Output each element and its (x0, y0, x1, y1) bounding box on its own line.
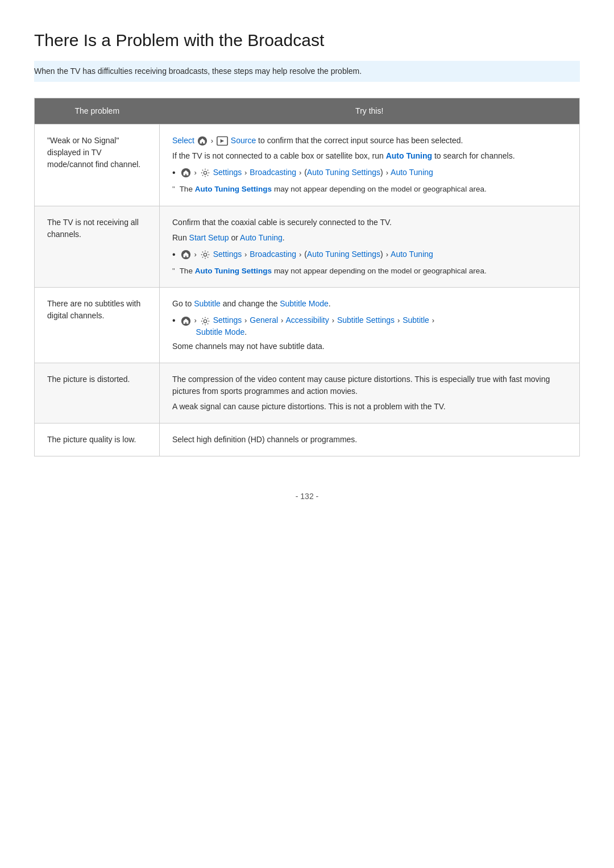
note-line-2: " The Auto Tuning Settings may not appea… (172, 265, 567, 277)
broadcasting-label-1: Broadcasting (250, 168, 296, 177)
try-cell-1: Select › Source to confirm that the corr… (160, 124, 580, 206)
subtitle-link: Subtitle (194, 299, 221, 308)
col-header-problem: The problem (35, 98, 160, 124)
auto-tuning-settings-bold-1: Auto Tuning Settings (195, 185, 272, 193)
bullet-dot-2: • (172, 248, 176, 261)
settings-label-1: Settings (213, 168, 242, 177)
try-para-4: Run Start Setup or Auto Tuning. (172, 232, 567, 244)
list-item: • › Settings › (172, 314, 567, 338)
source-label: Source (231, 136, 256, 145)
accessibility-label: Accessibility (286, 315, 329, 325)
try-cell-5: Select high definition (HD) channels or … (160, 423, 580, 456)
svg-point-3 (204, 172, 206, 175)
try-para-7: A weak signal can cause picture distorti… (172, 401, 567, 413)
list-item: • › Settings › (172, 167, 567, 179)
svg-point-7 (204, 319, 206, 322)
note-text-1: The Auto Tuning Settings The Auto Tuning… (180, 184, 487, 195)
note-line-1: " The Auto Tuning Settings The Auto Tuni… (172, 184, 567, 195)
subtitle-mode-link: Subtitle Mode (280, 299, 329, 308)
subtitle-bar: When the TV has difficulties receiving b… (34, 61, 580, 82)
table-row: The picture quality is low. Select high … (35, 423, 580, 456)
note-text-2: The Auto Tuning Settings may not appear … (180, 265, 487, 277)
settings-icon-1 (200, 168, 210, 178)
problem-cell-3: There are no subtitles with digital chan… (35, 288, 160, 363)
problem-cell-4: The picture is distorted. (35, 363, 160, 423)
home-icon-4 (181, 316, 191, 326)
auto-tuning-label-1: Auto Tuning (391, 168, 433, 177)
svg-point-5 (204, 253, 206, 256)
problem-cell-2: The TV is not receiving all channels. (35, 206, 160, 288)
settings-icon-3 (200, 316, 210, 326)
chevron-1: › (211, 136, 213, 145)
home-icon-2 (181, 168, 191, 178)
col-header-try: Try this! (160, 98, 580, 124)
note-mark-2: " (172, 265, 175, 277)
table-row: The TV is not receiving all channels. Co… (35, 206, 580, 288)
settings-label-3: Settings (213, 315, 242, 325)
try-para-8: Select high definition (HD) channels or … (172, 434, 567, 446)
nav-path-1: › Settings › Broadcasting › (Auto Tuning… (180, 167, 433, 178)
start-setup-link: Start Setup (189, 233, 229, 242)
nav-path-2: › Settings › Broadcasting › (Auto Tuning… (180, 248, 433, 260)
subtitle-footer: Some channels may not have subtitle data… (172, 340, 567, 352)
bullet-dot: • (172, 167, 176, 179)
try-para-3: Confirm that the coaxial cable is secure… (172, 217, 567, 229)
nav-path-3: › Settings › General › Accessibility › (180, 314, 435, 338)
auto-tuning-link-1: Auto Tuning (386, 151, 432, 160)
auto-tuning-settings-label-2: Auto Tuning Settings (307, 250, 380, 259)
broadcasting-label-2: Broadcasting (250, 250, 296, 259)
note-mark-1: " (172, 184, 175, 195)
try-para-5: Go to Subtitle and change the Subtitle M… (172, 298, 567, 310)
source-icon (217, 136, 228, 146)
page-number: - 132 - (34, 491, 580, 502)
select-label: Select (172, 136, 194, 145)
auto-tuning-label-2: Auto Tuning (391, 250, 433, 259)
auto-tuning-link-2: Auto Tuning (240, 233, 283, 242)
problem-cell-5: The picture quality is low. (35, 423, 160, 456)
table-row: The picture is distorted. The compressio… (35, 363, 580, 423)
bullet-dot-3: • (172, 314, 176, 327)
home-icon-3 (181, 250, 191, 260)
try-para-2: If the TV is not connected to a cable bo… (172, 150, 567, 162)
select-source-confirm: to confirm that the correct input source… (258, 136, 463, 145)
problem-cell-1: "Weak or No Signal" displayed in TV mode… (35, 124, 160, 206)
subtitle-label: Subtitle (403, 315, 429, 325)
settings-label-2: Settings (213, 250, 242, 259)
subtitle-settings-label: Subtitle Settings (337, 315, 395, 325)
table-row: There are no subtitles with digital chan… (35, 288, 580, 363)
general-label: General (250, 315, 278, 325)
try-cell-2: Confirm that the coaxial cable is secure… (160, 206, 580, 288)
settings-icon-2 (200, 250, 210, 260)
bullet-list-3: • › Settings › (172, 314, 567, 338)
main-table: The problem Try this! "Weak or No Signal… (34, 98, 580, 456)
auto-tuning-settings-label-1: Auto Tuning Settings (307, 168, 380, 177)
auto-tuning-settings-bold-2: Auto Tuning Settings (195, 267, 272, 275)
home-icon (197, 136, 208, 146)
try-cell-4: The compression of the video content may… (160, 363, 580, 423)
try-cell-3: Go to Subtitle and change the Subtitle M… (160, 288, 580, 363)
try-para-6: The compression of the video content may… (172, 373, 567, 397)
subtitle-mode-label: Subtitle Mode (196, 327, 245, 337)
table-row: "Weak or No Signal" displayed in TV mode… (35, 124, 580, 206)
bullet-list-2: • › Settings › (172, 248, 567, 261)
try-para-1: Select › Source to confirm that the corr… (172, 135, 567, 147)
page-title: There Is a Problem with the Broadcast (34, 27, 580, 53)
bullet-list-1: • › Settings › (172, 167, 567, 179)
list-item: • › Settings › (172, 248, 567, 261)
